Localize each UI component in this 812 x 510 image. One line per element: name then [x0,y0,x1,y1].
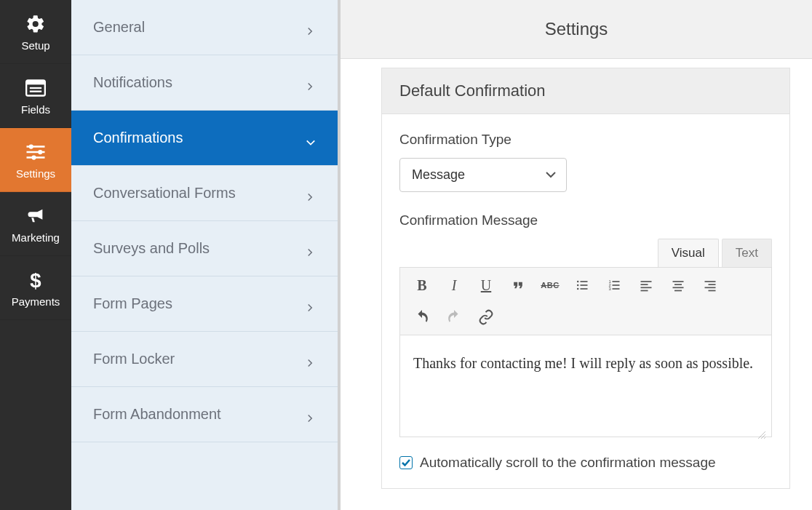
bullhorn-icon [25,205,47,227]
svg-rect-26 [641,290,648,292]
tab-visual[interactable]: Visual [658,239,719,267]
tab-text[interactable]: Text [722,239,772,267]
sidebar-item-label: Surveys and Polls [93,240,210,257]
svg-rect-27 [673,281,684,282]
svg-point-9 [31,155,36,159]
svg-rect-30 [674,290,682,292]
sidebar-item-general[interactable]: General [71,0,338,55]
confirmation-panel: Default Confirmation Confirmation Type M… [381,68,790,489]
numbered-list-button[interactable]: 123 [600,272,629,298]
nav-item-label: Fields [21,103,50,116]
bullet-list-button[interactable] [568,272,597,298]
confirmation-message-editor[interactable]: Thanks for contacting me! I will reply a… [399,335,772,437]
sidebar-item-surveys-and-polls[interactable]: Surveys and Polls [71,221,338,276]
editor-toolbar: B I U ABC 123 [399,267,772,335]
sidebar-item-conversational-forms[interactable]: Conversational Forms [71,166,338,221]
svg-text:$: $ [30,269,41,291]
bold-button[interactable]: B [407,272,437,298]
sidebar-item-form-abandonment[interactable]: Form Abandonment [71,387,338,442]
chevron-down-icon [306,133,316,143]
chevron-right-icon [306,23,316,33]
sidebar-item-form-locker[interactable]: Form Locker [71,332,338,387]
link-button[interactable] [471,304,501,330]
chevron-right-icon [306,299,316,309]
svg-point-7 [38,150,42,154]
chevron-right-icon [306,188,316,199]
nav-item-payments[interactable]: $ Payments [0,256,71,320]
confirmation-type-label: Confirmation Type [399,132,772,148]
dollar-icon: $ [25,269,47,291]
svg-rect-34 [709,290,716,292]
sidebar-item-label: Conversational Forms [93,185,236,202]
svg-rect-24 [641,284,648,285]
svg-point-12 [577,284,579,287]
list-icon [25,77,47,99]
svg-rect-21 [613,284,620,286]
italic-button[interactable]: I [439,272,469,298]
panel-title: Default Confirmation [382,68,789,114]
underline-button[interactable]: U [471,272,501,298]
redo-button[interactable] [439,304,469,330]
sidebar-item-label: Form Abandonment [93,406,221,423]
nav-item-label: Marketing [12,231,60,244]
align-left-button[interactable] [632,272,661,298]
sidebar-item-label: Form Locker [93,351,175,367]
chevron-right-icon [306,410,316,420]
sidebar-item-label: General [93,19,145,36]
nav-item-label: Payments [12,295,60,308]
nav-item-label: Setup [21,39,49,52]
svg-point-11 [577,281,579,283]
svg-rect-15 [581,284,588,286]
sidebar-item-label: Confirmations [93,130,183,146]
settings-sidebar: General Notifications Confirmations Conv… [71,0,341,510]
chevron-right-icon [306,354,316,364]
nav-item-fields[interactable]: Fields [0,64,71,128]
gear-icon [25,13,47,35]
sidebar-item-notifications[interactable]: Notifications [71,55,338,111]
svg-rect-23 [641,281,652,282]
align-center-button[interactable] [664,272,693,298]
svg-rect-25 [641,287,652,289]
svg-rect-31 [705,281,716,282]
nav-item-settings[interactable]: Settings [0,128,71,192]
strikethrough-button[interactable]: ABC [536,272,565,298]
svg-rect-20 [613,281,620,282]
auto-scroll-label: Automatically scroll to the confirmation… [420,455,716,471]
main-content: Settings Default Confirmation Confirmati… [341,0,812,510]
nav-item-label: Settings [16,167,55,180]
sidebar-item-label: Form Pages [93,295,172,312]
svg-text:3: 3 [609,287,611,291]
nav-item-setup[interactable]: Setup [0,0,71,64]
svg-rect-33 [705,287,716,289]
svg-rect-32 [709,284,716,285]
svg-point-5 [29,144,33,148]
sliders-icon [25,141,47,163]
svg-rect-16 [581,288,588,290]
svg-rect-22 [613,288,620,290]
primary-nav: Setup Fields Settings Marketing $ Paymen… [0,0,71,510]
resize-handle-icon[interactable] [757,423,767,434]
svg-point-13 [577,288,579,290]
sidebar-item-label: Notifications [93,74,172,91]
svg-rect-28 [674,284,682,285]
chevron-right-icon [306,78,316,88]
svg-rect-29 [673,287,684,289]
align-right-button[interactable] [696,272,725,298]
chevron-right-icon [306,244,316,254]
nav-item-marketing[interactable]: Marketing [0,192,71,256]
auto-scroll-checkbox[interactable] [399,456,413,469]
svg-rect-14 [581,281,588,282]
sidebar-item-confirmations[interactable]: Confirmations [71,111,338,166]
confirmation-message-label: Confirmation Message [399,212,772,228]
svg-rect-1 [26,81,45,85]
svg-line-37 [764,437,765,439]
blockquote-button[interactable] [503,272,533,298]
sidebar-item-form-pages[interactable]: Form Pages [71,276,338,332]
rich-text-editor: Visual Text B I U ABC 123 [399,239,772,437]
page-title: Settings [341,0,812,59]
confirmation-type-select[interactable]: Message [399,158,567,192]
undo-button[interactable] [407,304,437,330]
